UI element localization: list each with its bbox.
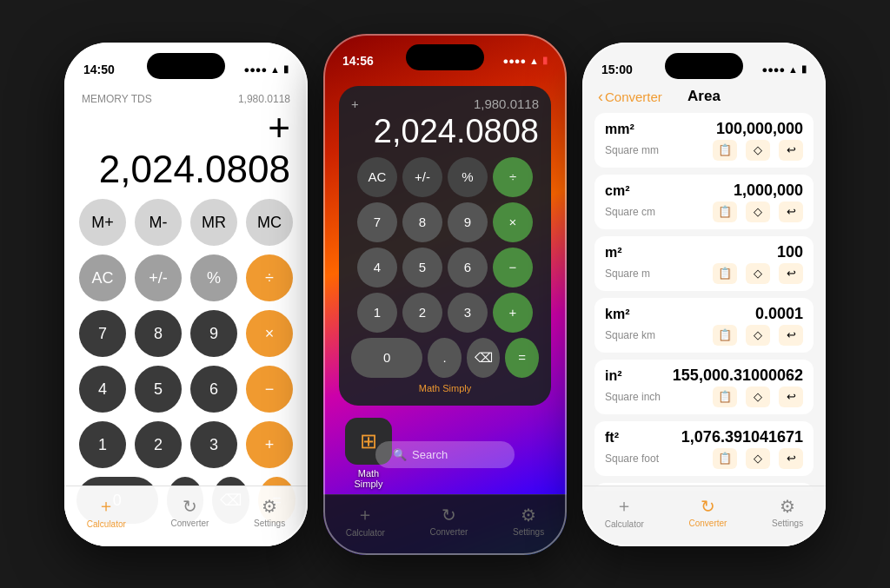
tab-calculator-1[interactable]: ＋ Calculator — [87, 494, 126, 529]
w-btn-3[interactable]: 3 — [448, 293, 488, 333]
wifi-icon-2: ▲ — [529, 56, 539, 66]
value-ft2: 1,076.391041671 — [681, 428, 803, 446]
btn-plusminus[interactable]: +/- — [135, 254, 182, 301]
enter-btn-m2[interactable]: ↩ — [779, 263, 803, 284]
w-btn-7[interactable]: 7 — [357, 202, 397, 242]
btn-3[interactable]: 3 — [190, 421, 237, 468]
widget-row-2: 7 8 9 × — [351, 202, 539, 242]
unit-km2: km² — [605, 307, 629, 322]
conv-row-top-km2: km² 0.0001 — [605, 305, 803, 323]
enter-btn-mm2[interactable]: ↩ — [779, 140, 803, 161]
erase-btn-km2[interactable]: ◇ — [746, 325, 770, 346]
enter-btn-ft2[interactable]: ↩ — [779, 448, 803, 469]
w-btn-plusminus[interactable]: +/- — [402, 157, 442, 197]
w-btn-9[interactable]: 9 — [448, 202, 488, 242]
btn-mplus[interactable]: M+ — [79, 199, 126, 246]
calc-row-memory: M+ M- MR MC — [76, 199, 296, 246]
phone-1-tabs: ＋ Calculator ↻ Converter ⚙ Settings — [64, 486, 308, 546]
erase-btn-in2[interactable]: ◇ — [746, 386, 770, 407]
w-btn-5[interactable]: 5 — [402, 248, 442, 287]
copy-btn-ft2[interactable]: 📋 — [713, 448, 737, 469]
back-button[interactable]: ‹ Converter — [598, 88, 662, 106]
list-item: cm² 1,000,000 Square cm 📋 ◇ ↩ — [594, 175, 814, 229]
unit-cm2: cm² — [605, 183, 629, 199]
enter-btn-cm2[interactable]: ↩ — [779, 202, 803, 222]
btn-9[interactable]: 9 — [190, 310, 237, 357]
w-btn-percent[interactable]: % — [448, 157, 488, 197]
conv-actions-mm2: 📋 ◇ ↩ — [713, 140, 803, 161]
conv-row-bottom-in2: Square inch 📋 ◇ ↩ — [605, 386, 803, 407]
btn-mminus[interactable]: M- — [135, 199, 182, 246]
btn-8[interactable]: 8 — [135, 310, 182, 357]
copy-btn-km2[interactable]: 📋 — [713, 325, 737, 346]
search-bar[interactable]: 🔍 Search — [375, 441, 515, 468]
w-btn-subtract[interactable]: − — [493, 248, 533, 287]
btn-percent[interactable]: % — [190, 254, 237, 301]
erase-btn-cm2[interactable]: ◇ — [746, 202, 770, 222]
tab-converter-2[interactable]: ↻ Converter — [429, 505, 468, 537]
btn-mr[interactable]: MR — [190, 199, 237, 246]
w-btn-add[interactable]: + — [493, 293, 533, 333]
unit-ft2: ft² — [605, 430, 619, 446]
tab-settings-1[interactable]: ⚙ Settings — [254, 496, 285, 528]
unit-in2: in² — [605, 368, 622, 384]
tab-calculator-3[interactable]: ＋ Calculator — [605, 494, 644, 529]
conv-row-bottom-mm2: Square mm 📋 ◇ ↩ — [605, 140, 803, 161]
tab-converter-3[interactable]: ↻ Converter — [688, 496, 727, 528]
btn-1[interactable]: 1 — [79, 421, 126, 468]
erase-btn-ft2[interactable]: ◇ — [746, 448, 770, 469]
enter-btn-km2[interactable]: ↩ — [779, 325, 803, 346]
tab-converter-1[interactable]: ↻ Converter — [170, 496, 209, 528]
w-btn-ac[interactable]: AC — [357, 157, 397, 197]
calc-row-3: 4 5 6 − — [76, 366, 296, 413]
btn-5[interactable]: 5 — [135, 366, 182, 413]
w-btn-equals[interactable]: = — [505, 338, 539, 378]
enter-btn-in2[interactable]: ↩ — [779, 386, 803, 407]
dynamic-island-2 — [406, 44, 484, 70]
conv-row-top-m2: m² 100 — [605, 243, 803, 261]
copy-btn-m2[interactable]: 📋 — [713, 263, 737, 284]
erase-btn-mm2[interactable]: ◇ — [746, 140, 770, 161]
conv-actions-ft2: 📋 ◇ ↩ — [713, 448, 803, 469]
w-btn-multiply[interactable]: × — [493, 202, 533, 242]
btn-add[interactable]: + — [246, 421, 293, 468]
converter-nav: ‹ Converter Area — [582, 86, 826, 113]
w-btn-2[interactable]: 2 — [402, 293, 442, 333]
btn-divide[interactable]: ÷ — [246, 254, 293, 301]
signal-icon-1: ●●●● — [244, 64, 268, 75]
widget-row-4: 1 2 3 + — [351, 293, 539, 333]
chevron-left-icon: ‹ — [598, 88, 603, 106]
btn-2[interactable]: 2 — [135, 421, 182, 468]
calc-widget: + 1,980.0118 2,024.0808 AC +/- % ÷ 7 8 9… — [339, 86, 551, 406]
w-btn-4[interactable]: 4 — [357, 248, 397, 287]
btn-6[interactable]: 6 — [190, 366, 237, 413]
w-btn-1[interactable]: 1 — [357, 293, 397, 333]
battery-icon-3: ▮ — [801, 63, 807, 75]
w-btn-divide[interactable]: ÷ — [493, 157, 533, 197]
conv-row-bottom-ft2: Square foot 📋 ◇ ↩ — [605, 448, 803, 469]
copy-btn-mm2[interactable]: 📋 — [713, 140, 737, 161]
btn-mc[interactable]: MC — [246, 199, 293, 246]
w-btn-dot[interactable]: . — [428, 338, 462, 378]
calculator-tab-label-1: Calculator — [87, 519, 126, 529]
list-item: m² 100 Square m 📋 ◇ ↩ — [594, 236, 814, 291]
w-btn-backspace[interactable]: ⌫ — [467, 338, 501, 378]
tab-calculator-2[interactable]: ＋ Calculator — [346, 503, 385, 538]
copy-btn-cm2[interactable]: 📋 — [713, 202, 737, 222]
btn-7[interactable]: 7 — [79, 310, 126, 357]
copy-btn-in2[interactable]: 📋 — [713, 386, 737, 407]
conv-row-top-ft2: ft² 1,076.391041671 — [605, 428, 803, 446]
tab-settings-3[interactable]: ⚙ Settings — [772, 496, 803, 528]
phone-2: 14:56 ●●●● ▲ ▮ + 1,980.0118 2,024.0808 A… — [323, 34, 567, 555]
erase-btn-m2[interactable]: ◇ — [746, 263, 770, 284]
w-btn-8[interactable]: 8 — [402, 202, 442, 242]
btn-multiply[interactable]: × — [246, 310, 293, 357]
btn-ac[interactable]: AC — [79, 254, 126, 301]
btn-4[interactable]: 4 — [79, 366, 126, 413]
btn-subtract[interactable]: − — [246, 366, 293, 413]
widget-row-3: 4 5 6 − — [351, 248, 539, 287]
subtitle-in2: Square inch — [605, 391, 661, 403]
w-btn-0[interactable]: 0 — [351, 338, 422, 378]
w-btn-6[interactable]: 6 — [448, 248, 488, 287]
tab-settings-2[interactable]: ⚙ Settings — [513, 505, 544, 537]
